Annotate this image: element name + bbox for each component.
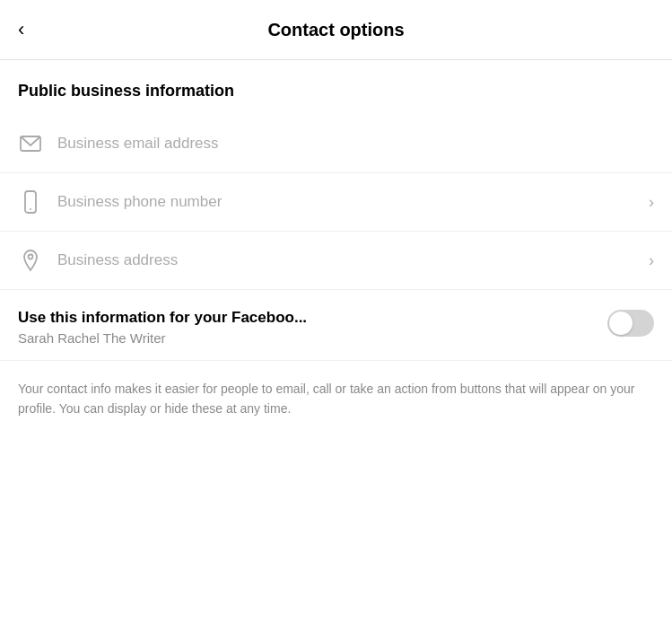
toggle-sub-text: Sarah Rachel The Writer xyxy=(18,330,597,346)
toggle-main-text: Use this information for your Faceboo... xyxy=(18,308,597,328)
facebook-toggle[interactable] xyxy=(607,310,654,337)
toggle-text-group: Use this information for your Faceboo...… xyxy=(18,308,607,346)
info-text: Your contact info makes it easier for pe… xyxy=(0,361,672,437)
svg-point-2 xyxy=(30,208,31,210)
phone-label: Business phone number xyxy=(57,193,641,211)
email-row[interactable]: Business email address xyxy=(0,115,672,173)
phone-icon-wrap xyxy=(18,189,57,215)
back-button[interactable]: ‹ xyxy=(18,14,31,45)
address-chevron-icon: › xyxy=(649,251,654,270)
location-icon xyxy=(18,248,43,273)
section-title: Public business information xyxy=(0,60,672,115)
page-title: Contact options xyxy=(267,20,404,40)
header: ‹ Contact options xyxy=(0,0,672,60)
address-row[interactable]: Business address › xyxy=(0,232,672,290)
address-icon-wrap xyxy=(18,248,57,273)
email-label: Business email address xyxy=(57,135,654,153)
phone-chevron-icon: › xyxy=(649,193,654,212)
phone-row[interactable]: Business phone number › xyxy=(0,173,672,232)
facebook-toggle-row: Use this information for your Faceboo...… xyxy=(0,290,672,361)
toggle-slider xyxy=(607,310,654,337)
svg-point-3 xyxy=(29,255,33,259)
email-icon-wrap xyxy=(18,131,57,156)
address-label: Business address xyxy=(57,251,641,269)
phone-icon xyxy=(18,189,43,215)
email-icon xyxy=(18,131,43,156)
